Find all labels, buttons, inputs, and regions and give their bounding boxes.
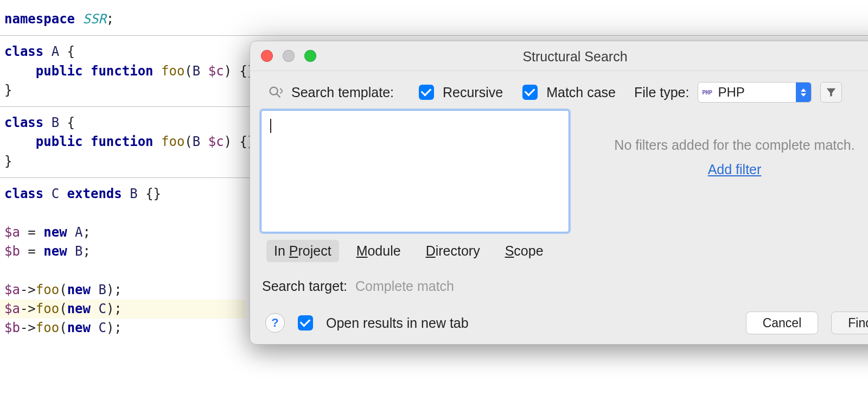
search-template-input[interactable] (261, 110, 569, 232)
add-filter-link[interactable]: Add filter (708, 162, 762, 177)
structural-search-dialog: Structural Search Search template: Recur… (250, 41, 868, 345)
recursive-label: Recursive (443, 85, 503, 100)
scope-tabs: In Project Module Directory Scope (250, 232, 868, 262)
filter-button[interactable] (820, 82, 842, 103)
dialog-footer: ? Open results in new tab Cancel Find (250, 312, 868, 334)
namespace-name: SSR (83, 11, 106, 27)
scope-module[interactable]: Module (349, 240, 409, 262)
scope-directory[interactable]: Directory (418, 240, 488, 262)
match-case-checkbox[interactable] (522, 85, 538, 100)
filters-panel: No filters added for the complete match.… (569, 110, 868, 232)
svg-point-0 (270, 87, 278, 95)
search-template-label: Search template: (291, 85, 394, 100)
namespace-keyword: namespace (4, 11, 75, 27)
search-target-value: Complete match (355, 278, 454, 294)
recursive-checkbox[interactable] (419, 85, 434, 100)
php-file-icon: PHP (698, 89, 716, 96)
search-target-label: Search target: (262, 278, 347, 294)
open-results-label: Open results in new tab (326, 315, 469, 331)
filters-empty-text: No filters added for the complete match. (569, 137, 868, 153)
file-type-label: File type: (634, 85, 689, 100)
file-type-dropdown[interactable]: PHP PHP (698, 82, 812, 103)
search-toolbar: Search template: Recursive Match case Fi… (250, 71, 868, 110)
help-button[interactable]: ? (265, 313, 285, 333)
text-cursor (270, 119, 271, 133)
find-button[interactable]: Find (831, 312, 868, 334)
separator-line (0, 35, 868, 36)
cancel-button[interactable]: Cancel (746, 312, 819, 334)
dialog-title: Structural Search (250, 49, 868, 65)
scope-in-project[interactable]: In Project (266, 240, 339, 262)
dropdown-caret-icon (796, 82, 811, 102)
scope-scope[interactable]: Scope (497, 240, 551, 262)
open-results-checkbox[interactable] (298, 315, 313, 331)
match-case-label: Match case (546, 85, 616, 100)
search-history-icon[interactable] (267, 85, 283, 100)
highlighted-line: $a->foo(new C); (0, 300, 246, 319)
svg-line-1 (277, 94, 280, 98)
file-type-value: PHP (716, 85, 796, 100)
dialog-titlebar[interactable]: Structural Search (250, 41, 868, 71)
search-target-row: Search target: Complete match (250, 262, 868, 294)
